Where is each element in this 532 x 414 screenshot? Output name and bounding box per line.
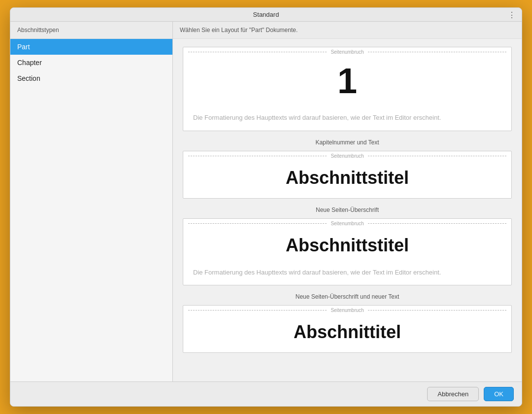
layout-previews: Seitenumbruch 1 Die Formatierung des Hau… <box>173 39 522 381</box>
page-break-label-4: Seitenumbruch <box>331 308 364 313</box>
main-area: Abschnittstypen Part Chapter Section Wäh… <box>10 22 522 381</box>
section-title-4: Abschnittitel <box>183 314 511 352</box>
more-button[interactable]: ⋮ <box>508 10 516 19</box>
page-break-label-2: Seitenumbruch <box>331 153 364 159</box>
preview-label-3: Neue Seiten-Überschrift und neuer Text <box>183 290 512 305</box>
sidebar-item-chapter[interactable]: Chapter <box>10 55 172 70</box>
sidebar-item-section[interactable]: Section <box>10 70 172 86</box>
sidebar-list: Part Chapter Section <box>10 39 172 381</box>
page-break-label-3: Seitenumbruch <box>331 221 364 226</box>
preview-card-3[interactable]: Seitenumbruch Abschnittstitel Die Format… <box>183 218 512 286</box>
sidebar: Abschnittstypen Part Chapter Section <box>10 22 173 381</box>
section-title-2: Abschnittstitel <box>183 160 511 198</box>
title-bar: Standard ⋮ <box>10 8 522 22</box>
sidebar-item-part[interactable]: Part <box>10 39 172 55</box>
section-title-3: Abschnittstitel <box>183 227 511 266</box>
footer-bar: Abbrechen OK <box>10 381 522 406</box>
ok-button[interactable]: OK <box>484 387 514 401</box>
dialog-title: Standard <box>253 11 279 18</box>
chapter-number: 1 <box>183 56 511 111</box>
preview-label-1: Kapitelnummer und Text <box>183 136 512 151</box>
content-area: Wählen Sie ein Layout für "Part" Dokumen… <box>173 22 522 381</box>
body-text-3: Die Formatierung des Haupttexts wird dar… <box>183 266 511 285</box>
preview-card-4[interactable]: Seitenumbruch Abschnittitel <box>183 305 512 353</box>
body-text-1: Die Formatierung des Haupttexts wird dar… <box>183 111 511 131</box>
cancel-button[interactable]: Abbrechen <box>427 387 479 401</box>
page-break-label-1: Seitenumbruch <box>331 49 364 55</box>
content-header: Wählen Sie ein Layout für "Part" Dokumen… <box>173 22 522 39</box>
preview-card-2[interactable]: Seitenumbruch Abschnittstitel <box>183 151 512 199</box>
preview-label-2: Neue Seiten-Überschrift <box>183 204 512 218</box>
dialog: Standard ⋮ Abschnittstypen Part Chapter … <box>10 7 522 407</box>
preview-card-1[interactable]: Seitenumbruch 1 Die Formatierung des Hau… <box>183 47 512 131</box>
sidebar-header: Abschnittstypen <box>10 22 172 39</box>
